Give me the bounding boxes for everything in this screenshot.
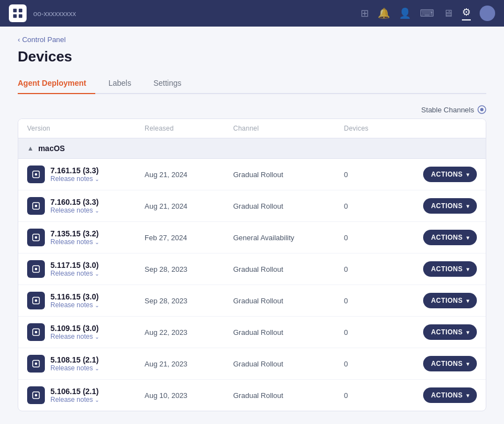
version-info: 5.116.15 (3.0) Release notes — [50, 292, 99, 309]
version-cell: 5.116.15 (3.0) Release notes — [27, 292, 145, 309]
release-notes-link[interactable]: Release notes — [50, 270, 99, 277]
user-nav-icon[interactable]: 👤 — [399, 7, 411, 19]
table-row: 5.117.15 (3.0) Release notes Sep 28, 202… — [18, 254, 486, 285]
devices-cell: 0 — [344, 297, 410, 305]
release-notes-link[interactable]: Release notes — [50, 238, 99, 246]
version-info: 5.108.15 (2.1) Release notes — [50, 355, 99, 372]
version-number: 7.135.15 (3.2) — [50, 229, 99, 238]
tab-settings[interactable]: Settings — [153, 74, 191, 94]
table-header: Version Released Channel Devices — [18, 119, 486, 138]
version-number: 5.116.15 (3.0) — [50, 292, 99, 301]
svg-point-21 — [35, 394, 38, 397]
version-cell: 5.117.15 (3.0) Release notes — [27, 260, 145, 278]
version-info: 7.160.15 (3.3) Release notes — [50, 198, 99, 214]
breadcrumb[interactable]: Control Panel — [18, 35, 486, 44]
release-notes-link[interactable]: Release notes — [50, 333, 99, 340]
table-row: 5.109.15 (3.0) Release notes Aug 22, 202… — [18, 317, 486, 348]
release-notes-link[interactable]: Release notes — [50, 206, 99, 214]
tab-agent-deployment[interactable]: Agent Deployment — [18, 74, 95, 94]
tab-bar: Agent Deployment Labels Settings — [18, 74, 486, 94]
tab-labels[interactable]: Labels — [109, 74, 140, 94]
channel-cell: Gradual Rollout — [233, 360, 344, 368]
macos-group-header[interactable]: ▲ macOS — [18, 138, 486, 159]
version-icon — [27, 229, 45, 246]
devices-cell: 0 — [344, 360, 410, 368]
svg-rect-3 — [19, 14, 22, 18]
actions-cell: ACTIONS — [410, 230, 477, 245]
column-actions — [410, 125, 477, 132]
channel-cell: Gradual Rollout — [233, 391, 344, 400]
version-number: 5.108.15 (2.1) — [50, 355, 99, 364]
terminal-nav-icon[interactable]: ⌨ — [420, 7, 434, 19]
devices-cell: 0 — [344, 202, 410, 210]
actions-button[interactable]: ACTIONS — [423, 293, 477, 308]
bell-nav-icon[interactable]: 🔔 — [378, 7, 390, 19]
table-row: 7.160.15 (3.3) Release notes Aug 21, 202… — [18, 190, 486, 222]
grid-nav-icon[interactable]: ⊞ — [361, 7, 369, 19]
channel-cell: Gradual Rollout — [233, 202, 344, 210]
version-cell: 5.108.15 (2.1) Release notes — [27, 355, 145, 373]
released-cell: Aug 21, 2024 — [145, 202, 233, 210]
version-icon — [27, 355, 45, 373]
version-icon — [27, 166, 45, 183]
devices-cell: 0 — [344, 265, 410, 273]
versions-table: Version Released Channel Devices ▲ macOS… — [18, 118, 486, 411]
devices-cell: 0 — [344, 170, 410, 179]
actions-cell: ACTIONS — [410, 198, 477, 214]
app-name: oo-xxxxxxxxx — [33, 9, 354, 18]
version-cell: 7.161.15 (3.3) Release notes — [27, 166, 145, 183]
release-notes-link[interactable]: Release notes — [50, 175, 99, 183]
svg-point-19 — [35, 363, 38, 365]
version-info: 7.161.15 (3.3) Release notes — [50, 166, 99, 183]
release-notes-link[interactable]: Release notes — [50, 364, 99, 372]
actions-button[interactable]: ACTIONS — [423, 387, 477, 403]
channel-cell: Gradual Rollout — [233, 265, 344, 273]
version-info: 7.135.15 (3.2) Release notes — [50, 229, 99, 246]
actions-button[interactable]: ACTIONS — [423, 198, 477, 214]
table-row: 7.161.15 (3.3) Release notes Aug 21, 202… — [18, 159, 486, 190]
nav-icons: ⊞ 🔔 👤 ⌨ 🖥 ⚙ — [361, 6, 495, 21]
svg-rect-1 — [19, 9, 22, 12]
svg-rect-2 — [13, 14, 17, 18]
channel-cell: Gradual Rollout — [233, 297, 344, 305]
released-cell: Aug 21, 2023 — [145, 360, 233, 368]
svg-point-13 — [35, 268, 38, 271]
actions-button[interactable]: ACTIONS — [423, 324, 477, 340]
version-info: 5.109.15 (3.0) Release notes — [50, 324, 99, 340]
version-icon — [27, 323, 45, 341]
group-label: macOS — [38, 144, 65, 153]
actions-cell: ACTIONS — [410, 356, 477, 371]
app-logo — [9, 4, 27, 22]
actions-button[interactable]: ACTIONS — [423, 356, 477, 371]
released-cell: Aug 22, 2023 — [145, 328, 233, 337]
version-cell: 5.106.15 (2.1) Release notes — [27, 386, 145, 404]
svg-point-5 — [480, 108, 484, 111]
release-notes-link[interactable]: Release notes — [50, 396, 99, 404]
version-number: 5.106.15 (2.1) — [50, 387, 99, 396]
released-cell: Aug 21, 2024 — [145, 170, 233, 179]
release-notes-link[interactable]: Release notes — [50, 301, 99, 309]
actions-button[interactable]: ACTIONS — [423, 167, 477, 182]
column-version: Version — [27, 125, 145, 132]
released-cell: Sep 28, 2023 — [145, 265, 233, 273]
svg-point-17 — [35, 331, 38, 334]
actions-button[interactable]: ACTIONS — [423, 230, 477, 245]
version-number: 7.161.15 (3.3) — [50, 166, 99, 175]
actions-cell: ACTIONS — [410, 167, 477, 182]
version-cell: 7.160.15 (3.3) Release notes — [27, 197, 145, 215]
version-number: 5.117.15 (3.0) — [50, 261, 99, 270]
stable-channels-button[interactable]: Stable Channels — [421, 105, 486, 114]
user-avatar[interactable] — [480, 6, 495, 21]
devices-cell: 0 — [344, 328, 410, 337]
table-row: 7.135.15 (3.2) Release notes Feb 27, 202… — [18, 222, 486, 254]
gear-nav-icon[interactable]: ⚙ — [462, 6, 471, 20]
monitor-nav-icon[interactable]: 🖥 — [443, 8, 453, 19]
actions-cell: ACTIONS — [410, 261, 477, 277]
actions-button[interactable]: ACTIONS — [423, 261, 477, 277]
version-icon — [27, 197, 45, 215]
released-cell: Aug 10, 2023 — [145, 391, 233, 400]
channel-cell: Gradual Rollout — [233, 170, 344, 179]
top-navigation: oo-xxxxxxxxx ⊞ 🔔 👤 ⌨ 🖥 ⚙ — [0, 0, 504, 27]
actions-cell: ACTIONS — [410, 293, 477, 308]
column-channel: Channel — [233, 125, 344, 132]
